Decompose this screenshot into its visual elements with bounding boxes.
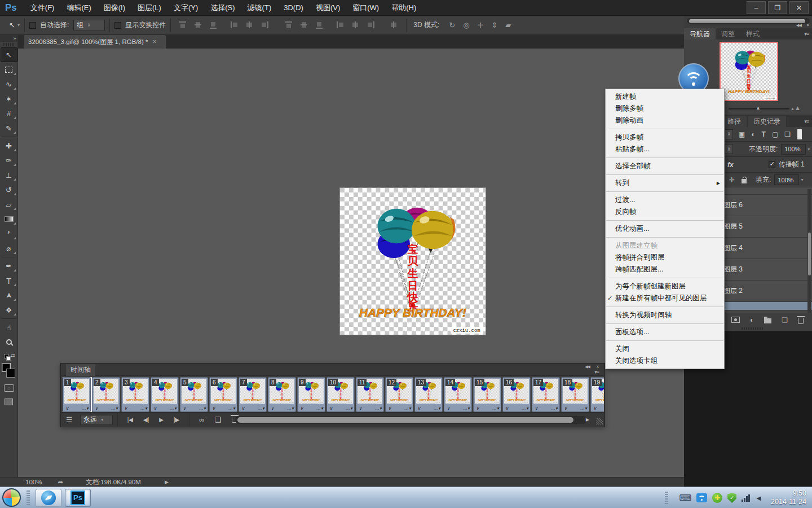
frame-delay-dropdown[interactable]: ∨…▾ xyxy=(417,406,440,411)
timeline-frame[interactable]: 16∨…▾ xyxy=(502,377,531,412)
panel-menu-icon[interactable]: ▾≡ xyxy=(804,116,809,127)
filter-shape-icon[interactable]: ▢ xyxy=(772,130,778,138)
zoom-in-mountain-icon[interactable]: ▲▲ xyxy=(791,104,801,112)
timeline-frame[interactable]: 4∨…▾ xyxy=(151,377,179,412)
scroll-right-icon[interactable]: ▶ xyxy=(586,417,589,422)
previous-frame-button[interactable]: ◀| xyxy=(143,417,149,423)
clone-stamp-tool[interactable]: ⊥ xyxy=(1,168,17,182)
background-color-swatch[interactable] xyxy=(6,369,15,378)
current-tool-icon[interactable]: ↖ xyxy=(9,21,15,29)
menu-3d[interactable]: 3D(D) xyxy=(277,0,310,16)
menu-item-match-layer-across-frames[interactable]: 跨帧匹配图层... xyxy=(606,264,724,275)
align-horizontal-centers-icon[interactable] xyxy=(245,21,254,29)
new-frame-button[interactable]: ❏ xyxy=(215,415,222,424)
restore-button[interactable]: ❐ xyxy=(768,1,787,14)
layers-scrollbar-thumb[interactable] xyxy=(808,233,811,275)
menu-item-delete-animation[interactable]: 删除动画 xyxy=(606,115,724,126)
menu-item-convert-to-video-timeline[interactable]: 转换为视频时间轴 xyxy=(606,309,724,321)
play-button[interactable]: ▶ xyxy=(159,417,164,423)
tab-navigator[interactable]: 导航器 xyxy=(684,28,716,40)
filter-smart-object-icon[interactable]: ❏ xyxy=(784,130,791,138)
blur-tool[interactable]: ❜ xyxy=(1,226,17,241)
menu-item-go-to[interactable]: 转到▶ xyxy=(606,177,724,189)
menu-image[interactable]: 图像(I) xyxy=(98,0,131,16)
timeline-frame[interactable]: 17∨…▾ xyxy=(532,377,560,412)
timeline-frame[interactable]: 9∨…▾ xyxy=(297,377,325,412)
volume-icon[interactable]: ◄ xyxy=(755,494,762,502)
frame-delay-dropdown[interactable]: ∨…▾ xyxy=(476,406,499,411)
pen-tool[interactable]: ✒ xyxy=(1,259,17,273)
menu-item-flatten-frames-into-layers[interactable]: 将帧拼合到图层 xyxy=(606,252,724,264)
menu-item-reverse-frames[interactable]: 反向帧 xyxy=(606,206,724,218)
distribute-left-edges-icon[interactable] xyxy=(336,21,345,29)
menu-file[interactable]: 文件(F) xyxy=(24,0,61,16)
tab-paths[interactable]: 路径 xyxy=(722,116,747,127)
timeline-menu-icon[interactable]: ▾≡ xyxy=(594,369,599,375)
document-tab[interactable]: 32006385_3.gif@ 100%(图层 1, RGB/8) * × xyxy=(24,35,166,49)
3d-camera-icon[interactable]: ▰ xyxy=(505,21,511,29)
blend-mode-spinner-icon[interactable]: ⇕ xyxy=(725,144,733,154)
frame-delay-dropdown[interactable]: ∨…▾ xyxy=(271,406,294,411)
add-layer-mask-icon[interactable] xyxy=(731,317,740,323)
align-vertical-centers-icon[interactable] xyxy=(194,21,202,29)
fill-caret-icon[interactable]: ▾ xyxy=(801,177,803,182)
export-icon[interactable]: ➦ xyxy=(58,478,63,486)
opacity-caret-icon[interactable]: ▾ xyxy=(807,147,810,152)
filter-type-icon[interactable]: T xyxy=(762,130,766,138)
timeline-frame[interactable]: 15∨…▾ xyxy=(473,377,501,412)
menu-item-tween[interactable]: 过渡... xyxy=(606,194,724,206)
timeline-scrollbar-thumb[interactable] xyxy=(237,417,573,423)
auto-select-checkbox[interactable] xyxy=(29,22,36,29)
align-left-edges-icon[interactable] xyxy=(230,21,239,29)
frame-delay-dropdown[interactable]: ∨…▾ xyxy=(241,406,264,411)
dodge-tool[interactable]: ⌀ xyxy=(1,241,17,256)
timeline-frame[interactable]: 2∨…▾ xyxy=(92,377,120,412)
tab-adjustments[interactable]: 调整 xyxy=(716,28,740,40)
menu-item-new-layers-visible-in-all-frames[interactable]: ✓新建在所有帧中都可见的图层 xyxy=(606,292,724,304)
clock[interactable]: 9:50 2014-11-24 xyxy=(771,489,806,506)
minimize-button[interactable]: – xyxy=(747,1,766,14)
menu-type[interactable]: 文字(Y) xyxy=(167,0,204,16)
rectangular-marquee-tool[interactable] xyxy=(1,62,17,77)
frame-delay-dropdown[interactable]: ∨…▾ xyxy=(388,406,411,411)
delete-layer-icon[interactable] xyxy=(798,318,804,324)
status-expand-icon[interactable]: ▶ xyxy=(165,479,169,485)
frame-delay-dropdown[interactable]: ∨…▾ xyxy=(359,406,382,411)
lock-position-icon[interactable]: ✛ xyxy=(729,176,735,184)
input-method-icon[interactable]: ⌨ xyxy=(679,493,691,503)
swap-swatches-icon[interactable]: ⇄ xyxy=(11,353,15,358)
security-shield-icon[interactable]: ✓ xyxy=(727,493,736,503)
distribute-widths-icon[interactable] xyxy=(390,21,398,29)
tab-timeline[interactable]: 时间轴 xyxy=(66,364,95,376)
menu-filter[interactable]: 滤镜(T) xyxy=(241,0,278,16)
document-close-icon[interactable]: × xyxy=(152,38,156,46)
taskbar-browser-button[interactable] xyxy=(36,489,61,507)
distribute-bottom-edges-icon[interactable] xyxy=(315,21,324,29)
default-swatches-icon[interactable]: ⇄ xyxy=(4,353,14,361)
frame-delay-dropdown[interactable]: ∨…▾ xyxy=(124,406,147,411)
frame-delay-dropdown[interactable]: ∨…▾ xyxy=(505,406,528,411)
close-button[interactable]: ✕ xyxy=(789,1,809,14)
magic-wand-tool[interactable]: ✶ xyxy=(1,91,17,106)
opacity-value[interactable]: 100% xyxy=(781,144,806,155)
timeline-scrollbar[interactable] xyxy=(235,416,587,424)
menu-item-delete-frames[interactable]: 删除多帧 xyxy=(606,103,724,115)
next-frame-button[interactable]: |▶ xyxy=(174,417,179,423)
3d-drag-icon[interactable]: ✛ xyxy=(478,21,484,29)
navigator-preview[interactable] xyxy=(720,42,778,101)
type-tool[interactable]: T xyxy=(1,273,17,288)
filter-toggle-swatch[interactable] xyxy=(797,129,802,139)
toolbar-grip[interactable] xyxy=(3,43,15,46)
timeline-frame[interactable]: 3∨…▾ xyxy=(121,377,149,412)
timeline-frame[interactable]: 10∨…▾ xyxy=(326,377,355,412)
filter-type-spinner-icon[interactable]: ⇕ xyxy=(725,129,733,139)
menu-item-close[interactable]: 关闭 xyxy=(606,343,724,355)
frame-delay-dropdown[interactable]: ∨…▾ xyxy=(564,406,587,411)
align-right-edges-icon[interactable] xyxy=(261,21,269,29)
menu-item-paste-frames[interactable]: 粘贴多帧... xyxy=(606,143,724,155)
frame-delay-dropdown[interactable]: ∨…▾ xyxy=(95,406,118,411)
frame-delay-dropdown[interactable]: ∨…▾ xyxy=(447,406,470,411)
timeline-frame[interactable]: 1∨…▾ xyxy=(63,377,91,412)
menu-window[interactable]: 窗口(W) xyxy=(346,0,385,16)
menu-item-create-new-layer-per-frame[interactable]: 为每个新帧创建新图层 xyxy=(606,281,724,292)
